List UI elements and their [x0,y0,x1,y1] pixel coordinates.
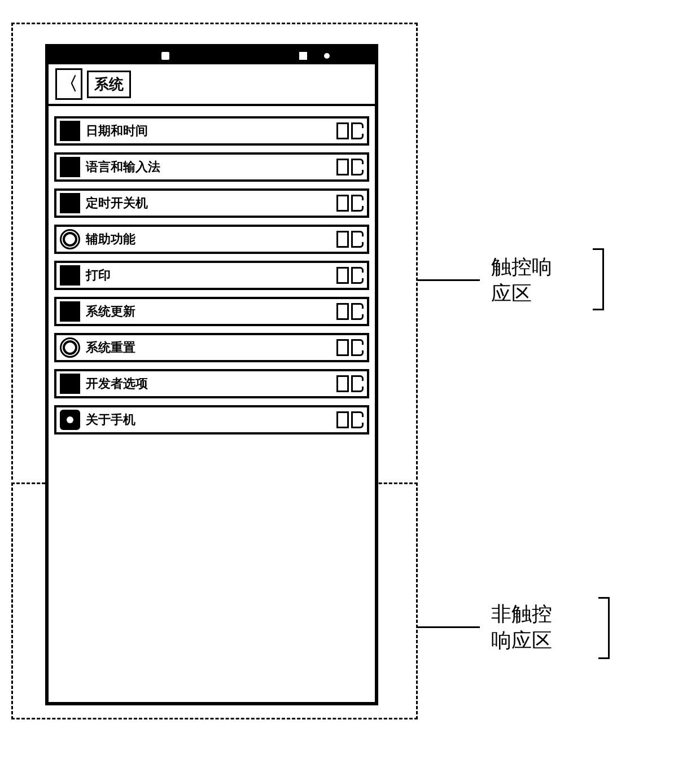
page-title: 系统 [87,71,131,98]
developer-icon [60,374,80,394]
callout-bracket [598,597,610,659]
chevron-right-icon [336,303,364,320]
chevron-right-icon [336,195,364,212]
menu-item-print[interactable]: 打印 [54,261,369,290]
printer-icon [60,265,80,286]
menu-item-label: 系统更新 [86,301,336,322]
chevron-right-icon [336,122,364,139]
accessibility-icon [60,229,80,249]
chevron-right-icon [336,339,364,356]
menu-item-label: 辅助功能 [86,229,336,249]
chevron-right-icon [336,411,364,428]
power-icon [60,193,80,213]
menu-item-system-reset[interactable]: 系统重置 [54,333,369,362]
menu-item-label: 开发者选项 [86,374,336,394]
chevron-right-icon [336,159,364,175]
menu-item-label: 定时开关机 [86,193,336,213]
callout-bracket [593,248,604,310]
back-button[interactable]: 〈 [55,68,82,100]
signal-icon [299,52,307,60]
reset-icon [60,337,80,358]
menu-item-label: 语言和输入法 [86,157,336,177]
menu-item-system-update[interactable]: 系统更新 [54,297,369,326]
keyboard-icon [60,157,80,177]
menu-item-about-phone[interactable]: 关于手机 [54,405,369,435]
calendar-icon [60,121,80,141]
touch-zone-label: 触控响 应区 [491,254,552,307]
status-bar [49,47,375,64]
header: 〈 系统 [49,64,375,106]
menu-item-language[interactable]: 语言和输入法 [54,152,369,182]
menu-item-label: 日期和时间 [86,121,336,141]
menu-item-developer-options[interactable]: 开发者选项 [54,369,369,398]
settings-list: 日期和时间 语言和输入法 定时开关机 辅助功能 [49,106,375,445]
update-icon [60,301,80,322]
info-icon [60,410,80,430]
menu-item-label: 系统重置 [86,337,336,358]
callout-leader-line [418,279,480,281]
battery-icon [324,53,330,59]
menu-item-scheduled-power[interactable]: 定时开关机 [54,188,369,218]
status-icon [161,52,169,60]
chevron-right-icon [336,231,364,248]
menu-item-datetime[interactable]: 日期和时间 [54,116,369,146]
nontouch-zone-label: 非触控 响应区 [491,601,552,654]
menu-item-label: 关于手机 [86,410,336,430]
chevron-right-icon [336,267,364,284]
phone-mockup: 〈 系统 日期和时间 语言和输入法 定时开关机 辅助功能 [45,44,378,705]
chevron-right-icon [336,375,364,392]
menu-item-label: 打印 [86,265,336,286]
callout-leader-line [418,626,480,628]
menu-item-accessibility[interactable]: 辅助功能 [54,225,369,254]
